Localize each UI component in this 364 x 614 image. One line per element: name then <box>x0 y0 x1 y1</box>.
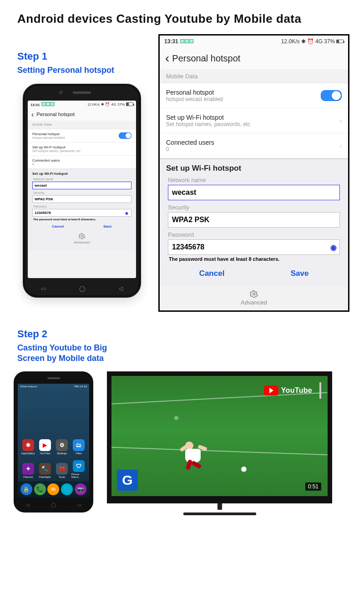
app-icon-flashlight[interactable]: 🔦Flashlight <box>37 457 52 478</box>
dock-icon[interactable]: 🌐 <box>61 483 73 495</box>
row-connected-users[interactable]: Connected users0 › <box>160 133 348 158</box>
network-name-label: Network name <box>168 177 340 183</box>
row-setup-wifi[interactable]: Set up Wi-Fi hotspotSet hotspot names, p… <box>160 108 348 133</box>
video-frame: G YouTube 0:51 <box>111 376 328 496</box>
app-icon-youtube[interactable]: ▶YouTube <box>37 433 52 455</box>
security-label: Security <box>33 191 131 194</box>
save-button[interactable]: Save <box>103 224 112 228</box>
dock[interactable]: 🔒📞✉🌐📷 <box>18 481 89 497</box>
security-field[interactable]: WPA2 PSK <box>168 212 340 228</box>
app-icon-settings[interactable]: ⚙Settings <box>55 433 70 455</box>
settings-screenshot-large: 13:31 12.0K/s ✱ ⏰ 4G 37% ‹ Personal hots… <box>158 34 349 312</box>
advanced-row[interactable]: Advanced <box>32 230 131 247</box>
svg-point-0 <box>81 235 83 237</box>
status-bar: China Unicom78% 14:16 <box>18 384 89 389</box>
security-label: Security <box>168 204 340 211</box>
password-field[interactable]: 12345678◉ <box>32 209 131 217</box>
step2-label: Step 2 <box>17 328 350 340</box>
chevron-right-icon: › <box>339 117 342 124</box>
cancel-button[interactable]: Cancel <box>52 224 64 228</box>
hotspot-toggle[interactable] <box>119 132 131 139</box>
dock-icon[interactable]: 📷 <box>75 483 86 495</box>
eye-icon[interactable]: ◉ <box>125 211 128 215</box>
page-title: Android devices Casting Youtube by Mobil… <box>17 12 350 26</box>
back-icon[interactable]: ‹ <box>165 52 169 65</box>
step2-sub: Casting Youtube to Big Screen by Mobile … <box>17 343 117 363</box>
network-name-field[interactable]: wecast <box>32 182 131 189</box>
status-bar: 13:31 12.0K/s ✱ ⏰ 4G 37% <box>28 101 136 108</box>
save-button[interactable]: Save <box>291 269 309 278</box>
step1-label: Step 1 <box>17 51 150 62</box>
player-figure <box>185 441 201 462</box>
phone-mock-home: China Unicom78% 14:16 ❋AppGallery▶YouTub… <box>14 371 93 513</box>
section-label: Mobile Data <box>28 121 136 127</box>
row-setup-wifi[interactable]: Set up Wi-Fi hotspotSet hotspot names, p… <box>28 142 136 156</box>
chevron-right-icon: › <box>130 160 131 164</box>
app-icon-appgallery[interactable]: ❋AppGallery <box>20 433 35 455</box>
elapsed-time: 0:51 <box>305 482 321 491</box>
eye-icon[interactable]: ◉ <box>330 243 337 252</box>
app-icon-tools[interactable]: 🧰Tools <box>55 457 70 478</box>
step1-sub: Setting Personal hotspot <box>17 65 150 76</box>
play-icon <box>264 386 278 396</box>
gear-icon <box>250 290 258 298</box>
password-hint: The password must have at least 8 charac… <box>33 218 131 221</box>
form-title: Set up Wi-Fi hotspot <box>166 164 342 173</box>
status-bar: 13:31 12.0K/s ✱ ⏰ 4G 37% <box>160 36 348 47</box>
settings-header: Personal hotspot <box>36 112 75 117</box>
password-field[interactable]: 12345678◉ <box>168 239 340 255</box>
youtube-logo: YouTube <box>264 382 321 399</box>
channel-badge: G <box>117 470 138 491</box>
android-navbar[interactable]: ▭◯◁ <box>24 285 140 292</box>
password-label: Password <box>33 205 131 208</box>
cancel-button[interactable]: Cancel <box>199 269 225 278</box>
settings-header: Personal hotspot <box>172 53 240 64</box>
tv-mock: G YouTube 0:51 <box>107 371 332 515</box>
ball-icon <box>241 467 247 472</box>
app-icon-files[interactable]: 🗂Files <box>71 433 86 455</box>
dock-icon[interactable]: 🔒 <box>20 483 32 495</box>
form-title: Set up Wi-Fi hotspot <box>32 172 131 176</box>
row-connected-users[interactable]: Connected users0 › <box>28 156 136 168</box>
chevron-right-icon: › <box>130 147 131 151</box>
app-icon-phone-mana-[interactable]: 🛡Phone Mana… <box>71 457 86 478</box>
dock-icon[interactable]: 📞 <box>34 483 46 495</box>
network-name-field[interactable]: wecast <box>168 185 340 200</box>
svg-point-1 <box>253 293 255 295</box>
phone-mock-small: 13:31 12.0K/s ✱ ⏰ 4G 37% ‹ Personal hots… <box>23 84 141 298</box>
android-navbar[interactable]: ◁◯▭ <box>15 502 92 507</box>
hotspot-toggle[interactable] <box>321 90 342 101</box>
chevron-right-icon: › <box>339 142 342 149</box>
password-label: Password <box>168 231 340 238</box>
back-icon[interactable]: ‹ <box>31 111 34 118</box>
row-personal-hotspot[interactable]: Personal hotspothotspot wecast enabled <box>28 129 136 142</box>
advanced-row[interactable]: Advanced <box>160 286 348 310</box>
section-label: Mobile Data <box>160 69 348 81</box>
row-personal-hotspot[interactable]: Personal hotspothotspot wecast enabled <box>160 83 348 108</box>
app-icon-themes[interactable]: ✦Themes <box>20 457 35 478</box>
security-field[interactable]: WPA2 PSK <box>32 195 131 203</box>
dock-icon[interactable]: ✉ <box>47 483 59 495</box>
password-hint: The password must have at least 8 charac… <box>169 256 340 262</box>
network-name-label: Network name <box>33 178 131 181</box>
gear-icon <box>79 233 85 239</box>
